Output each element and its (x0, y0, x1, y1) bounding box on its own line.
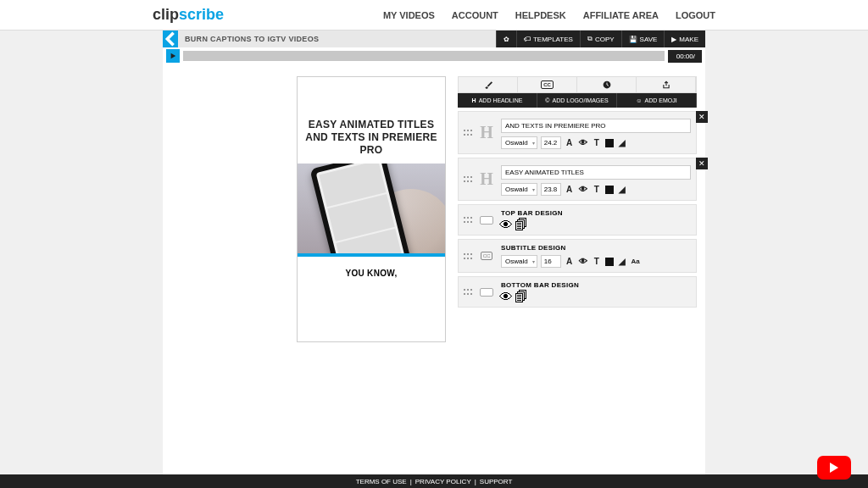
bottom-bar-color-swatch[interactable] (480, 288, 493, 297)
headline-panel-2: ✕ H Oswald 23.8 A 👁 T ◢ (458, 158, 697, 201)
drag-handle[interactable] (464, 281, 472, 302)
color-swatch[interactable] (605, 258, 614, 266)
copy-style-button[interactable]: 🗐 (516, 292, 526, 302)
headline-type-icon: H (477, 163, 496, 196)
templates-button[interactable]: 🏷 TEMPLATES (516, 30, 580, 47)
nav-account[interactable]: ACCOUNT (452, 10, 498, 20)
play-button[interactable] (166, 49, 180, 63)
play-triangle-icon (170, 53, 176, 59)
subtitle-font-select[interactable]: Oswald (501, 255, 537, 268)
bottom-bar-label: BOTTOM BAR DESIGN (501, 281, 691, 289)
timeline-scrubber[interactable] (183, 51, 665, 61)
shadow-button[interactable]: ◢ (617, 138, 627, 148)
heading-icon: H (472, 97, 476, 103)
color-swatch[interactable] (605, 139, 614, 147)
headline-2-size-input[interactable]: 23.8 (541, 183, 561, 196)
preview-video-frame (298, 164, 445, 253)
time-display: 00:00/ (668, 50, 702, 63)
shadow-button[interactable]: ◢ (617, 257, 627, 267)
font-style-button[interactable]: A (565, 185, 575, 195)
settings-button[interactable]: ✿ (496, 30, 516, 47)
color-swatch[interactable] (605, 186, 614, 194)
font-style-button[interactable]: A (565, 257, 575, 267)
headline-2-text-input[interactable] (501, 165, 691, 180)
eye-toggle[interactable]: 👁 (578, 138, 588, 148)
text-tool-button[interactable]: T (592, 138, 602, 148)
headline-2-font-select[interactable]: Oswald (501, 183, 537, 196)
tag-icon: 🏷 (524, 36, 531, 43)
nav-helpdesk[interactable]: HELPDESK (515, 10, 566, 20)
text-tool-button[interactable]: T (592, 185, 602, 195)
clock-icon (603, 80, 611, 89)
nav-affiliate[interactable]: AFFILIATE AREA (583, 10, 659, 20)
subtitle-type-icon: CC (477, 244, 496, 268)
nav-logout[interactable]: LOGOUT (676, 10, 715, 20)
back-button[interactable] (163, 30, 178, 47)
nav-links: MY VIDEOS ACCOUNT HELPDESK AFFILIATE ARE… (383, 10, 715, 20)
copy-icon: ⧉ (587, 35, 593, 43)
cc-icon: CC (481, 252, 493, 260)
youtube-badge[interactable] (817, 456, 851, 480)
drag-handle[interactable] (464, 244, 472, 268)
subtitle-label: SUBTITLE DESIGN (501, 244, 691, 252)
workspace: EASY ANIMATED TITLES AND TEXTS IN PREMIE… (163, 64, 705, 354)
tab-timing[interactable] (577, 77, 637, 92)
eye-toggle[interactable]: 👁 (501, 220, 511, 230)
drag-handle[interactable] (464, 163, 472, 196)
subtitle-panel: CC SUBTITLE DESIGN Oswald 16 A 👁 T ◢ Aa (458, 239, 697, 273)
eye-toggle[interactable]: 👁 (578, 257, 588, 267)
headline-type-icon: H (477, 116, 496, 149)
headline-1-close-button[interactable]: ✕ (696, 111, 708, 123)
play-bar: 00:00/ (163, 47, 705, 64)
gear-icon: ✿ (504, 36, 509, 43)
tab-captions[interactable]: CC (518, 77, 577, 92)
top-bar-label: TOP BAR DESIGN (501, 209, 691, 217)
headline-1-text-input[interactable] (501, 119, 691, 133)
copy-button[interactable]: ⧉ COPY (580, 30, 621, 47)
logo-part1: clip (153, 6, 179, 23)
drag-handle[interactable] (464, 209, 472, 230)
make-button[interactable]: ▶ MAKE (664, 30, 705, 47)
footer-support[interactable]: SUPPORT (480, 478, 513, 485)
footer-terms[interactable]: TERMS OF USE (356, 478, 407, 485)
top-bar-color-swatch[interactable] (480, 216, 493, 225)
eye-toggle[interactable]: 👁 (578, 185, 588, 195)
preview-headline-2: AND TEXTS IN PREMIERE PRO (298, 131, 445, 157)
add-headline-button[interactable]: HADD HEADLINE (458, 93, 537, 108)
tab-brush[interactable] (459, 77, 518, 92)
logo: clipscribe (153, 6, 224, 24)
text-transform-button[interactable]: Aa (631, 257, 641, 267)
title-bar: BURN CAPTIONS TO IGTV VIDEOS ✿ 🏷 TEMPLAT… (163, 30, 705, 47)
play-icon: ▶ (671, 36, 676, 43)
project-title: BURN CAPTIONS TO IGTV VIDEOS (178, 35, 496, 43)
headline-1-font-select[interactable]: Oswald (501, 136, 537, 149)
nav-my-videos[interactable]: MY VIDEOS (383, 10, 435, 20)
font-style-button[interactable]: A (565, 138, 575, 148)
add-bar: HADD HEADLINE ©ADD LOGO/IMAGES ☺ADD EMOJ… (458, 93, 697, 108)
eye-toggle[interactable]: 👁 (501, 292, 511, 302)
save-button[interactable]: 💾 SAVE (621, 30, 665, 47)
cc-icon: CC (541, 80, 554, 89)
templates-label: TEMPLATES (533, 36, 573, 43)
text-tool-button[interactable]: T (592, 257, 602, 267)
add-logo-button[interactable]: ©ADD LOGO/IMAGES (537, 93, 617, 108)
headline-panel-1: ✕ H Oswald 24.2 A 👁 T ◢ (458, 111, 697, 154)
headline-2-close-button[interactable]: ✕ (696, 158, 708, 169)
preview-bottom-bar: YOU KNOW, (298, 257, 445, 341)
tab-export[interactable] (637, 77, 696, 92)
title-actions: ✿ 🏷 TEMPLATES ⧉ COPY 💾 SAVE ▶ MAKE (496, 30, 705, 47)
drag-handle[interactable] (464, 116, 472, 149)
copy-style-button[interactable]: 🗐 (516, 220, 526, 230)
headline-1-size-input[interactable]: 24.2 (541, 136, 561, 149)
save-icon: 💾 (629, 36, 637, 43)
shadow-button[interactable]: ◢ (617, 185, 627, 195)
make-label: MAKE (679, 36, 698, 43)
video-preview: EASY ANIMATED TITLES AND TEXTS IN PREMIE… (297, 76, 446, 342)
brush-icon (484, 80, 492, 89)
editor-column: CC HADD HEADLINE ©ADD LOGO/IMAGES ☺ADD E… (458, 76, 697, 342)
editor-page: BURN CAPTIONS TO IGTV VIDEOS ✿ 🏷 TEMPLAT… (163, 30, 705, 488)
footer-privacy[interactable]: PRIVACY POLICY (415, 478, 471, 485)
subtitle-size-input[interactable]: 16 (541, 255, 561, 268)
frame-phone-illustration (309, 164, 412, 253)
add-emoji-button[interactable]: ☺ADD EMOJI (617, 93, 697, 108)
